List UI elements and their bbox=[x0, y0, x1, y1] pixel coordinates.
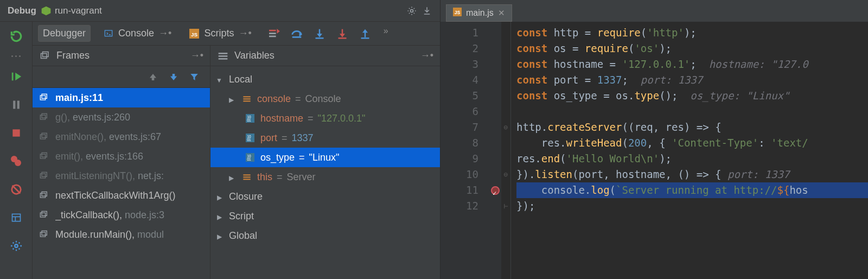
debug-main: Debugger Console →• JS Scripts →• bbox=[33, 22, 440, 279]
fold-gutter[interactable]: ⊖ ⊖ ⊢ bbox=[501, 22, 511, 279]
svg-rect-48 bbox=[40, 193, 45, 198]
scope-local[interactable]: Local bbox=[210, 69, 440, 89]
pause-button[interactable] bbox=[5, 96, 27, 114]
mute-breakpoints-button[interactable] bbox=[5, 180, 27, 199]
svg-rect-51 bbox=[42, 211, 47, 215]
tab-console[interactable]: Console →• bbox=[98, 25, 176, 42]
view-breakpoints-button[interactable] bbox=[5, 152, 27, 170]
tab-debugger[interactable]: Debugger bbox=[38, 25, 91, 42]
primitive-icon: 1001 bbox=[244, 112, 256, 124]
close-icon[interactable]: ✕ bbox=[498, 8, 505, 18]
object-icon bbox=[241, 171, 253, 183]
step-into-button[interactable] bbox=[312, 26, 327, 41]
js-icon: JS bbox=[453, 8, 462, 18]
primitive-icon: 1001 bbox=[244, 132, 256, 144]
step-over-button[interactable] bbox=[289, 26, 304, 41]
svg-rect-47 bbox=[42, 172, 47, 176]
pin-icon[interactable]: →• bbox=[420, 50, 433, 61]
var-this[interactable]: this = Server bbox=[210, 167, 440, 187]
fold-marker[interactable]: ⊖ bbox=[501, 167, 510, 182]
svg-marker-21 bbox=[277, 29, 279, 34]
svg-rect-53 bbox=[42, 231, 47, 235]
frame-down-button[interactable] bbox=[168, 71, 180, 83]
svg-point-14 bbox=[15, 244, 18, 248]
rerun-button[interactable] bbox=[5, 27, 27, 46]
layout-button[interactable] bbox=[5, 208, 27, 227]
editor-tab-main-js[interactable]: JS main.js ✕ bbox=[446, 4, 512, 22]
svg-rect-45 bbox=[42, 153, 47, 157]
fold-marker[interactable]: ⊖ bbox=[501, 119, 510, 135]
settings-button[interactable] bbox=[5, 237, 27, 255]
var-port[interactable]: 1001port = 1337 bbox=[210, 128, 440, 148]
svg-text:JS: JS bbox=[455, 10, 461, 15]
breakpoint-icon[interactable] bbox=[491, 186, 500, 195]
pin-icon[interactable]: →• bbox=[158, 28, 171, 39]
resume-button[interactable] bbox=[5, 67, 27, 86]
scope-script[interactable]: Script bbox=[210, 206, 440, 226]
console-icon bbox=[103, 28, 114, 39]
breakpoint-gutter[interactable] bbox=[489, 22, 501, 279]
frames-filter-button[interactable] bbox=[188, 71, 200, 83]
var-hostname[interactable]: 1001hostname = "127.0.0.1" bbox=[210, 109, 440, 128]
svg-rect-38 bbox=[40, 96, 45, 100]
fold-end-marker[interactable]: ⊢ bbox=[501, 198, 510, 214]
show-execution-point-button[interactable] bbox=[266, 26, 282, 41]
tab-label: Scripts bbox=[204, 28, 234, 39]
frame-row[interactable]: main.js:11 bbox=[33, 88, 210, 107]
var-os-type[interactable]: 1001os_type = "Linux" bbox=[210, 148, 440, 167]
svg-rect-19 bbox=[269, 33, 276, 34]
tab-scripts[interactable]: JS Scripts →• bbox=[184, 25, 256, 42]
js-icon: JS bbox=[189, 28, 200, 39]
editor-tab-label: main.js bbox=[466, 8, 494, 18]
stop-button[interactable] bbox=[5, 124, 27, 142]
frame-row[interactable]: _tickCallback(), node.js:3 bbox=[33, 205, 210, 225]
variables-pane: Variables →• Local console = Console 100… bbox=[210, 46, 440, 279]
var-console[interactable]: console = Console bbox=[210, 89, 440, 109]
editor-area[interactable]: 1 2 3 4 5 6 7 8 9 10 11 12 ⊖ ⊖ ⊢ bbox=[441, 22, 868, 279]
gear-icon[interactable] bbox=[404, 3, 419, 18]
variables-title: Variables bbox=[234, 50, 275, 61]
download-icon[interactable] bbox=[419, 3, 435, 18]
frames-title: Frames bbox=[56, 50, 90, 61]
svg-rect-49 bbox=[42, 192, 47, 196]
svg-rect-40 bbox=[40, 115, 45, 119]
svg-rect-69 bbox=[243, 174, 250, 175]
frame-label: main.js:11 bbox=[55, 92, 103, 104]
frames-icon bbox=[39, 50, 51, 62]
variables-header: Variables →• bbox=[210, 46, 440, 66]
force-step-into-button[interactable] bbox=[335, 26, 350, 41]
frame-row[interactable]: g(), events.js:260 bbox=[33, 107, 210, 127]
variables-tree[interactable]: Local console = Console 1001hostname = "… bbox=[210, 66, 440, 279]
frame-icon bbox=[38, 92, 50, 104]
svg-text:01: 01 bbox=[247, 138, 251, 142]
frame-row[interactable]: emitNone(), events.js:67 bbox=[33, 127, 210, 147]
pin-icon[interactable]: →• bbox=[238, 28, 251, 39]
pin-icon[interactable]: →• bbox=[190, 50, 203, 61]
step-out-button[interactable] bbox=[358, 26, 373, 41]
run-config-name: run-vagrant bbox=[55, 5, 102, 16]
svg-rect-70 bbox=[243, 176, 250, 177]
frame-row[interactable]: nextTickCallbackWith1Arg() bbox=[33, 186, 210, 205]
svg-rect-15 bbox=[105, 30, 112, 36]
frame-row[interactable]: Module.runMain(), modul bbox=[33, 225, 210, 244]
scope-closure[interactable]: Closure bbox=[210, 187, 440, 206]
frames-list[interactable]: main.js:11 g(), events.js:260 emitNone()… bbox=[33, 88, 210, 279]
code-area[interactable]: const http = require('http'); const os =… bbox=[511, 22, 868, 279]
svg-marker-31 bbox=[362, 29, 368, 33]
tab-label: Console bbox=[118, 28, 154, 39]
frame-row[interactable]: emitListeningNT(), net.js: bbox=[33, 166, 210, 186]
svg-marker-25 bbox=[317, 34, 322, 37]
debug-tabs: Debugger Console →• JS Scripts →• bbox=[33, 22, 440, 46]
frame-row[interactable]: emit(), events.js:166 bbox=[33, 147, 210, 166]
scope-global[interactable]: Global bbox=[210, 226, 440, 245]
svg-rect-55 bbox=[219, 55, 228, 57]
more-icon[interactable]: » bbox=[384, 26, 388, 41]
svg-marker-37 bbox=[190, 74, 198, 80]
svg-rect-41 bbox=[42, 113, 47, 118]
line-number-gutter[interactable]: 1 2 3 4 5 6 7 8 9 10 11 12 bbox=[441, 22, 489, 279]
svg-rect-71 bbox=[243, 179, 250, 180]
svg-marker-0 bbox=[42, 6, 51, 15]
svg-rect-11 bbox=[12, 214, 20, 221]
debug-tool-window: Debug run-vagrant bbox=[0, 0, 441, 279]
frame-up-button[interactable] bbox=[147, 71, 159, 83]
